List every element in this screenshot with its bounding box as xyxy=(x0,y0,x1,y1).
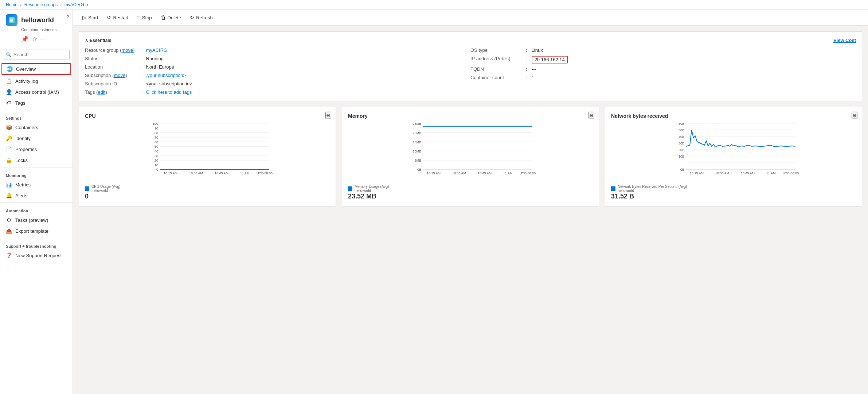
network-chart-value: 31.52 B xyxy=(611,193,856,200)
start-icon: ▷ xyxy=(82,15,86,20)
svg-text:40B: 40B xyxy=(679,135,684,139)
delete-button[interactable]: 🗑 Delete xyxy=(157,13,185,22)
sidebar-item-alerts[interactable]: 🔔 Alerts xyxy=(0,190,73,201)
sidebar-item-export-template-label: Export template xyxy=(15,228,48,234)
restart-button[interactable]: ↺ Restart xyxy=(103,13,132,22)
sidebar-item-tags[interactable]: 🏷 Tags xyxy=(0,97,73,108)
refresh-button[interactable]: ↻ Refresh xyxy=(186,13,216,22)
myacirg-link[interactable]: myACIRG xyxy=(146,47,168,53)
sidebar-item-overview[interactable]: 🌐 Overview xyxy=(1,63,71,75)
restart-icon: ↺ xyxy=(107,15,111,20)
memory-pin-button[interactable]: ⊕ xyxy=(589,112,594,119)
svg-text:10MB: 10MB xyxy=(413,150,421,153)
essentials-tags: Tags (edit) : Click here to add tags xyxy=(85,89,470,95)
essentials-resource-group: Resource group (move) : myACIRG xyxy=(85,47,470,53)
essentials-chevron-icon: ∧ xyxy=(85,38,88,43)
svg-text:25MB: 25MB xyxy=(413,123,421,125)
essentials-fqdn: FQDN : --- xyxy=(470,66,856,72)
breadcrumb-myacirg[interactable]: myACIRG xyxy=(64,2,84,7)
app-icon xyxy=(6,14,17,26)
more-button[interactable]: ··· xyxy=(40,35,46,43)
refresh-label: Refresh xyxy=(196,15,213,20)
toolbar: ▷ Start ↺ Restart □ Stop 🗑 Delete ↻ Refr… xyxy=(73,10,868,26)
essentials-right-col: OS type : Linux IP address (Public) : 20… xyxy=(470,47,856,95)
main-content: ▷ Start ↺ Restart □ Stop 🗑 Delete ↻ Refr… xyxy=(73,10,868,394)
svg-text:10:30 AM: 10:30 AM xyxy=(452,171,466,174)
sidebar-item-identity[interactable]: 🔑 Identity xyxy=(0,133,73,144)
cpu-chart-legend: CPU Usage (Avg) helloworld xyxy=(85,185,330,193)
svg-rect-1 xyxy=(10,19,13,22)
ip-address-value: 20.166.162.14 xyxy=(532,56,568,63)
restart-label: Restart xyxy=(113,15,128,20)
locks-icon: 🔒 xyxy=(6,157,12,163)
refresh-icon: ↻ xyxy=(190,15,194,20)
svg-text:60: 60 xyxy=(155,140,158,144)
sidebar-item-containers[interactable]: 📦 Containers xyxy=(0,122,73,133)
stop-button[interactable]: □ Stop xyxy=(133,13,155,22)
search-icon: 🔍 xyxy=(6,52,11,57)
svg-text:70: 70 xyxy=(155,136,158,139)
sidebar-item-locks[interactable]: 🔒 Locks xyxy=(0,155,73,166)
svg-text:11 AM: 11 AM xyxy=(766,171,776,174)
network-pin-button[interactable]: ⊕ xyxy=(852,112,857,119)
svg-text:10:30 AM: 10:30 AM xyxy=(715,171,729,174)
svg-text:100: 100 xyxy=(153,123,158,125)
star-button[interactable]: ☆ xyxy=(31,35,38,43)
svg-text:UTC-08:00: UTC-08:00 xyxy=(783,171,799,174)
sidebar-item-properties[interactable]: 📄 Properties xyxy=(0,144,73,155)
memory-chart-title: Memory xyxy=(348,113,593,119)
svg-text:0B: 0B xyxy=(680,168,684,171)
alerts-icon: 🔔 xyxy=(6,193,12,198)
memory-chart-card: Memory ⊕ 25MB 20MB xyxy=(342,107,599,206)
sidebar-item-activity-log[interactable]: 📋 Activity log xyxy=(0,76,73,86)
breadcrumb-home[interactable]: Home xyxy=(6,2,17,7)
metrics-icon: 📊 xyxy=(6,182,12,188)
sidebar-item-export-template[interactable]: 📤 Export template xyxy=(0,225,73,236)
svg-text:20: 20 xyxy=(155,159,158,162)
essentials-left-col: Resource group (move) : myACIRG Status :… xyxy=(85,47,470,95)
svg-text:UTC-08:00: UTC-08:00 xyxy=(257,171,273,174)
sidebar-item-access-control[interactable]: 👤 Access control (IAM) xyxy=(0,86,73,97)
pin-button[interactable]: 📌 xyxy=(20,35,29,43)
subscription-move-link[interactable]: move xyxy=(114,73,125,78)
svg-text:20MB: 20MB xyxy=(413,131,421,135)
start-button[interactable]: ▷ Start xyxy=(79,13,102,22)
identity-icon: 🔑 xyxy=(6,135,12,141)
svg-text:10B: 10B xyxy=(679,155,684,158)
move-link[interactable]: move xyxy=(121,47,133,53)
breadcrumb-resource-groups[interactable]: Resource groups xyxy=(24,2,58,7)
cpu-pin-button[interactable]: ⊕ xyxy=(325,112,331,119)
svg-text:20B: 20B xyxy=(679,148,684,152)
sidebar-item-locks-label: Locks xyxy=(15,158,28,163)
view-cost-link[interactable]: View Cost xyxy=(833,38,856,43)
tags-icon: 🏷 xyxy=(6,100,12,106)
svg-text:10:15 AM: 10:15 AM xyxy=(690,171,704,174)
subscription-link[interactable]: ,your subscription> xyxy=(146,73,186,78)
access-control-icon: 👤 xyxy=(6,89,12,95)
essentials-location: Location : North Europe xyxy=(85,64,470,70)
sidebar-item-containers-label: Containers xyxy=(15,125,38,130)
export-template-icon: 📤 xyxy=(6,228,12,234)
sidebar-item-tasks[interactable]: ⚙ Tasks (preview) xyxy=(0,215,73,225)
essentials-os-type: OS type : Linux xyxy=(470,47,856,53)
sidebar-item-metrics[interactable]: 📊 Metrics xyxy=(0,179,73,190)
essentials-toggle[interactable]: ∧ Essentials xyxy=(85,38,111,43)
tasks-icon: ⚙ xyxy=(6,217,12,223)
sidebar-item-activity-log-label: Activity log xyxy=(15,78,38,84)
memory-chart-legend: Memory Usage (Avg) helloworld xyxy=(348,185,593,193)
cpu-chart-value: 0 xyxy=(85,193,330,200)
add-tags-link[interactable]: Click here to add tags xyxy=(146,89,192,95)
automation-section-label: Automation xyxy=(0,204,73,215)
collapse-button[interactable]: « xyxy=(66,13,70,19)
edit-tags-link[interactable]: edit xyxy=(98,89,105,95)
memory-chart-value: 23.52 MB xyxy=(348,193,593,200)
essentials-container-count: Container count : 1 xyxy=(470,75,856,80)
essentials-card: ∧ Essentials View Cost Resource group (m… xyxy=(79,31,862,101)
sidebar-item-new-support-request[interactable]: ❓ New Support Request xyxy=(0,250,73,261)
delete-icon: 🗑 xyxy=(161,15,166,20)
sidebar-item-tasks-label: Tasks (preview) xyxy=(15,217,48,223)
sidebar-item-access-control-label: Access control (IAM) xyxy=(15,89,59,95)
search-input[interactable] xyxy=(3,50,70,59)
svg-text:50: 50 xyxy=(155,145,158,148)
svg-text:80: 80 xyxy=(155,131,158,135)
